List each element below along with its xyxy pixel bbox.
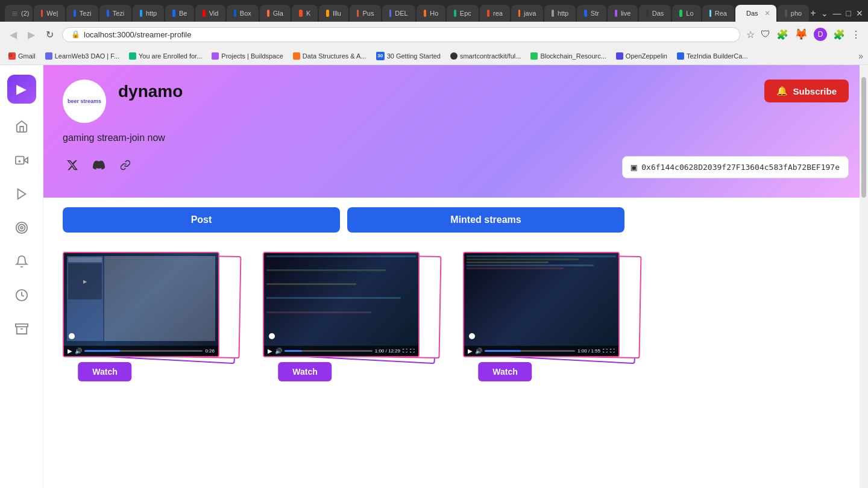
post-tab-button[interactable]: Post <box>63 207 340 233</box>
bookmark-data-structures[interactable]: Data Structures & A... <box>289 51 370 61</box>
maximize-button[interactable]: □ <box>846 8 851 18</box>
tab-bar: ⊞ (2) We| Tezi Tezi http Be Vid B <box>0 0 868 22</box>
clock-icon <box>15 289 28 302</box>
forward-button[interactable]: ▶ <box>25 27 37 43</box>
tab-item-active[interactable]: Das ✕ <box>735 5 776 22</box>
tab-item[interactable]: We| <box>34 5 66 22</box>
tab-list-button[interactable]: ⌄ <box>821 8 828 18</box>
minted-streams-tab-button[interactable]: Minted streams <box>347 207 624 233</box>
tab-item[interactable]: DEL <box>382 5 415 22</box>
video-card: ▶ 🔊 1:00 / 1:55 ⛶ ⛶ <box>463 252 644 384</box>
profile-info: dynamo <box>118 80 183 101</box>
tab-item[interactable]: Vid <box>195 5 225 22</box>
tab-item[interactable]: Pus <box>350 5 381 22</box>
sidebar-item-home[interactable] <box>11 116 33 137</box>
tab-item[interactable]: java <box>511 5 543 22</box>
twitter-link[interactable] <box>63 155 82 175</box>
bookmark-openzeppelin[interactable]: OpenZeppelin <box>612 51 671 61</box>
video-screen[interactable]: ▶ 🔊 1:00 / 12:29 ⛶ ⛶ <box>263 252 420 357</box>
svg-marker-3 <box>17 189 25 199</box>
blockchain-favicon <box>530 52 538 60</box>
tab-item[interactable]: Ho <box>417 5 446 22</box>
close-button[interactable]: ✕ <box>856 8 863 18</box>
bookmark-smartcontract[interactable]: smartcontractkit/ful... <box>447 51 524 61</box>
tab-item[interactable]: Illu <box>319 5 348 22</box>
tab-item[interactable]: Box <box>227 5 258 22</box>
bookmark-enrolled[interactable]: You are Enrolled for... <box>125 51 206 61</box>
tab-item[interactable]: Str <box>577 5 606 22</box>
wallet-address-badge[interactable]: ▣ 0x6f144c0628D2039f27F13604c583fAb72BEF… <box>622 156 849 178</box>
profile-icon[interactable]: D <box>814 28 827 41</box>
new-tab-button[interactable]: + <box>810 8 816 19</box>
avatar: beer streams <box>63 80 106 123</box>
discord-link[interactable] <box>89 155 108 175</box>
tab-item[interactable]: Tezi <box>99 5 131 22</box>
watch-button[interactable]: Watch <box>478 362 532 381</box>
navigation-bar: ◀ ▶ ↻ 🔒 localhost:3000/streamer-profile … <box>0 22 868 47</box>
video-screen[interactable]: ▶ 🔊 1:00 / 1:55 ⛶ ⛶ <box>463 252 620 357</box>
watch-button[interactable]: Watch <box>278 362 332 381</box>
tab-item[interactable]: Be <box>165 5 194 22</box>
menu-button[interactable]: ⋮ <box>851 29 861 40</box>
shield-icon[interactable]: 🛡 <box>761 29 770 40</box>
tab-item[interactable]: live <box>608 5 638 22</box>
tez-favicon <box>677 52 684 60</box>
scrollbar-thumb[interactable] <box>861 77 866 198</box>
more-bookmarks-icon[interactable]: » <box>858 51 863 61</box>
subscribe-button[interactable]: 🔔 Subscribe <box>764 80 849 102</box>
bookmark-tezindia[interactable]: TezIndia BuilderCa... <box>673 51 752 61</box>
reload-button[interactable]: ↻ <box>43 27 56 43</box>
tab-item[interactable]: pho <box>778 5 809 22</box>
sidebar-item-video[interactable] <box>11 183 33 205</box>
bookmark-icon[interactable]: ☆ <box>746 29 755 40</box>
tab-item[interactable]: http <box>544 5 576 22</box>
tab-item[interactable]: Lo <box>672 5 700 22</box>
sidebar-item-archive[interactable] <box>11 318 33 340</box>
tab-item[interactable]: Das <box>639 5 671 22</box>
bookmark-getting-started[interactable]: 30 30 Getting Started <box>373 51 444 61</box>
tab-item[interactable]: http <box>133 5 164 22</box>
buildspace-favicon <box>212 52 219 60</box>
back-button[interactable]: ◀ <box>7 27 19 43</box>
link-copy[interactable] <box>116 155 135 175</box>
lock-icon: 🔒 <box>71 30 80 39</box>
video-card: ▶ 🔊 1:00 / 12:29 ⛶ ⛶ <box>263 252 444 384</box>
bell-subscribe-icon: 🔔 <box>776 86 788 96</box>
tab-item[interactable]: Tezi <box>66 5 98 22</box>
enrolled-favicon <box>129 52 136 60</box>
bookmark-gmail[interactable]: G Gmail <box>5 51 39 61</box>
twitter-icon <box>66 159 78 171</box>
app-logo[interactable]: ▶ <box>7 75 36 104</box>
wallet-icon: ▣ <box>631 161 637 173</box>
nav-action-icons: ☆ 🛡 🧩 🦊 D 🧩 ⋮ <box>746 28 861 41</box>
tab-item[interactable]: Gla <box>260 5 291 22</box>
sidebar-item-explore[interactable] <box>11 217 33 239</box>
tab-item[interactable]: ⊞ (2) <box>5 5 33 22</box>
tab-item[interactable]: rea <box>480 5 510 22</box>
tab-item[interactable]: Rea <box>702 5 734 22</box>
tab-item[interactable]: Epc <box>447 5 478 22</box>
address-bar[interactable]: 🔒 localhost:3000/streamer-profile <box>62 27 740 42</box>
sidebar-item-notifications[interactable] <box>11 251 33 272</box>
sidebar-item-history[interactable] <box>11 284 33 306</box>
getting-started-favicon: 30 <box>376 52 385 60</box>
watch-button[interactable]: Watch <box>78 362 131 381</box>
logo-icon: ▶ <box>16 81 27 97</box>
ds-favicon <box>293 52 300 60</box>
fox-icon[interactable]: 🦊 <box>794 28 808 41</box>
video-screen[interactable]: ▶ ▶ 🔊 <box>63 252 219 357</box>
close-icon[interactable]: ✕ <box>764 9 770 17</box>
minimize-button[interactable]: — <box>833 8 841 18</box>
oz-favicon <box>616 52 623 60</box>
bookmark-learnweb3[interactable]: LearnWeb3 DAO | F... <box>42 51 123 61</box>
puzzle-icon[interactable]: 🧩 <box>833 29 845 40</box>
avatar-image: beer streams <box>64 81 105 122</box>
extensions-icon[interactable]: 🧩 <box>776 29 788 40</box>
profile-name: dynamo <box>118 82 183 101</box>
url-text: localhost:3000/streamer-profile <box>84 30 191 39</box>
learnweb3-favicon <box>45 52 52 60</box>
bookmark-buildspace[interactable]: Projects | Buildspace <box>208 51 287 61</box>
tab-item[interactable]: K <box>292 5 318 22</box>
sidebar-item-create[interactable] <box>11 149 33 171</box>
bookmark-blockchain[interactable]: Blockchain_Resourc... <box>527 51 609 61</box>
